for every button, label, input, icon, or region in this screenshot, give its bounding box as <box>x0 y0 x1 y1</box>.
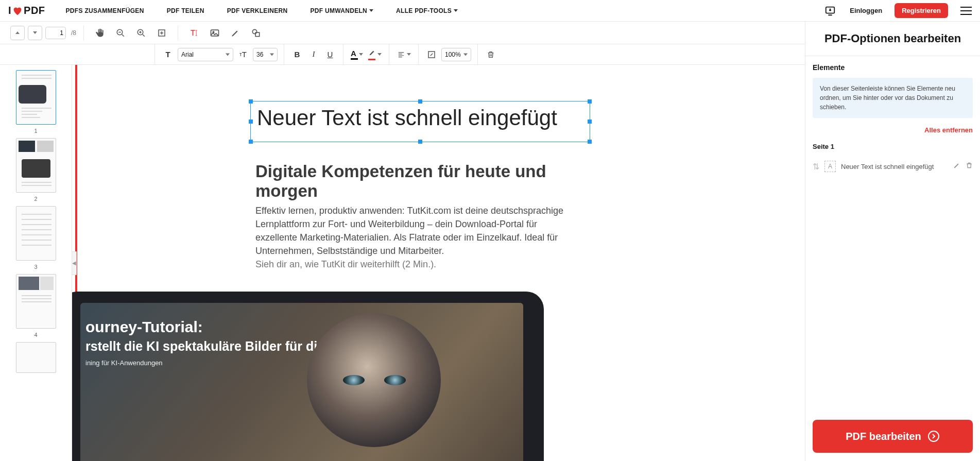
nav-alltools-label: ALLE PDF-TOOLS <box>396 7 452 14</box>
delete-group <box>478 44 504 64</box>
draw-tool[interactable] <box>227 24 244 42</box>
scale-select[interactable]: 100% <box>441 48 471 61</box>
element-label: Neuer Text ist schnell eingefügt <box>841 163 948 170</box>
nav-convert-label: PDF UMWANDELN <box>311 7 368 14</box>
delete-element-icon[interactable] <box>966 161 973 172</box>
nav-split-label: PDF TEILEN <box>167 7 204 14</box>
thumbnail-number: 2 <box>34 196 37 202</box>
thumbnail-page-4[interactable]: 4 <box>16 274 56 338</box>
text-color-button[interactable]: A <box>350 48 364 61</box>
nav-links: PDFS ZUSAMMENFÜGEN PDF TEILEN PDF VERKLE… <box>66 7 823 14</box>
zoom-in-icon[interactable] <box>132 24 150 42</box>
chevron-down-icon <box>369 9 373 12</box>
info-box: Von dieser Seitenleiste können Sie Eleme… <box>813 78 973 118</box>
font-size-value: 36 <box>256 51 263 58</box>
image-tag: ining für KI-Anwendungen <box>85 359 518 367</box>
shapes-tool[interactable] <box>247 24 265 42</box>
arrow-right-circle-icon <box>927 430 940 442</box>
style-group: B I U <box>284 44 343 64</box>
logo-text-right: PDF <box>24 5 45 16</box>
thumbnail-page-1[interactable]: 1 <box>16 70 56 134</box>
edit-pdf-label: PDF bearbeiten <box>846 431 921 442</box>
chevron-down-icon <box>454 9 458 12</box>
resize-handle[interactable] <box>418 99 422 104</box>
register-button[interactable]: Registrieren <box>895 3 948 18</box>
page-up-button[interactable] <box>10 26 25 40</box>
resize-handle[interactable] <box>588 119 592 124</box>
login-label: Einloggen <box>850 7 882 14</box>
resize-handle[interactable] <box>588 99 592 104</box>
thumbnail-number: 3 <box>34 264 37 270</box>
resize-handle[interactable] <box>249 119 253 124</box>
scale-value: 100% <box>445 51 461 58</box>
document-heading: Digitale Kompetenzen für heute und morge… <box>255 162 585 201</box>
nav-merge[interactable]: PDFS ZUSAMMENFÜGEN <box>66 7 144 14</box>
thumbnail-page-5[interactable] <box>16 342 56 373</box>
document-body: Effektiv lernen, produktiv anwenden: Tut… <box>255 204 575 271</box>
inserted-text[interactable]: Neuer Text ist schnell eingefügt <box>251 101 590 134</box>
align-group <box>389 44 419 64</box>
logo[interactable]: I PDF <box>8 5 45 16</box>
add-image-tool[interactable] <box>206 24 223 42</box>
highlight-icon <box>368 49 376 56</box>
page-down-button[interactable] <box>28 26 42 40</box>
document-link[interactable]: Sieh dir an, wie TutKit dir weiterhilft … <box>255 259 436 269</box>
nav-split[interactable]: PDF TEILEN <box>167 7 204 14</box>
page-number-input[interactable] <box>45 27 66 39</box>
align-button[interactable] <box>396 50 412 59</box>
italic-button[interactable]: I <box>307 48 320 61</box>
chevron-down-icon <box>407 53 411 56</box>
nav-compress[interactable]: PDF VERKLEINERN <box>227 7 288 14</box>
options-sidepanel: PDF-Optionen bearbeiten Elemente Von die… <box>805 22 980 461</box>
page-nav-group: /8 <box>5 22 81 44</box>
selected-text-box[interactable]: Neuer Text ist schnell eingefügt <box>250 101 590 142</box>
fit-page-icon[interactable] <box>153 24 170 42</box>
remove-all-link[interactable]: Alles entfernen <box>924 126 973 134</box>
document-image-face <box>307 313 441 447</box>
image-subtitle: rstellt die KI spektakuläre Bilder für d… <box>85 339 518 354</box>
resize-handle[interactable] <box>249 99 253 104</box>
edit-pdf-button[interactable]: PDF bearbeiten <box>813 420 973 453</box>
chevron-down-icon <box>33 31 37 34</box>
nav-convert[interactable]: PDF UMWANDELN <box>311 7 374 14</box>
separator <box>83 26 84 40</box>
resize-handle[interactable] <box>418 140 422 144</box>
bold-button[interactable]: B <box>290 48 304 61</box>
elements-heading: Elemente <box>805 56 980 76</box>
login-button[interactable]: Einloggen <box>850 7 882 14</box>
download-desktop-icon[interactable] <box>823 4 837 18</box>
edit-element-icon[interactable] <box>953 162 960 171</box>
thumbnail-page-3[interactable]: 3 <box>16 206 56 270</box>
text-element-icon: A <box>824 161 836 172</box>
register-label: Registrieren <box>902 7 941 14</box>
pdf-page: Neuer Text ist schnell eingefügt Digital… <box>80 65 621 461</box>
element-row[interactable]: ⇅ A Neuer Text ist schnell eingefügt <box>805 156 980 177</box>
underline-button[interactable]: U <box>323 48 337 61</box>
font-family-select[interactable]: Arial <box>178 48 233 61</box>
chevron-down-icon <box>270 53 274 56</box>
drag-handle-icon[interactable]: ⇅ <box>813 162 819 172</box>
nav-alltools[interactable]: ALLE PDF-TOOLS <box>396 7 458 14</box>
font-size-icon: тT <box>236 48 250 61</box>
delete-element-button[interactable] <box>484 48 497 61</box>
collapse-thumbnails-button[interactable]: ◀ <box>72 251 77 275</box>
font-size-select[interactable]: 36 <box>253 48 278 61</box>
page-section-label: Seite 1 <box>805 140 980 156</box>
chevron-down-icon <box>226 53 230 56</box>
nav-merge-label: PDFS ZUSAMMENFÜGEN <box>66 7 144 14</box>
color-group: A <box>343 44 389 64</box>
separator <box>178 26 178 40</box>
add-text-tool[interactable] <box>185 24 203 42</box>
chevron-down-icon <box>377 53 382 56</box>
resize-handle[interactable] <box>249 140 253 144</box>
image-title: ourney-Tutorial: <box>85 318 518 336</box>
highlight-color-button[interactable] <box>367 48 383 61</box>
pan-hand-icon[interactable] <box>91 24 109 42</box>
menu-icon[interactable] <box>960 7 972 15</box>
zoom-out-icon[interactable] <box>112 24 129 42</box>
resize-handle[interactable] <box>588 140 592 144</box>
scale-icon <box>425 48 438 61</box>
edit-tools-group <box>180 22 270 44</box>
thumbnail-page-2[interactable]: 2 <box>16 138 56 202</box>
topnav-right: Einloggen Registrieren <box>823 3 972 18</box>
